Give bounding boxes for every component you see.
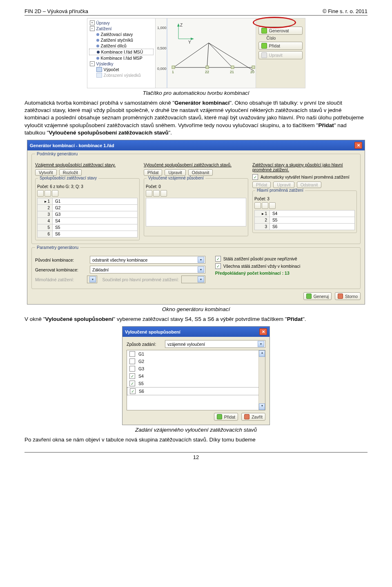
tree-item[interactable]: Výpočet (104, 67, 119, 72)
edit-button: Upravit (273, 181, 294, 188)
excluded-table[interactable] (146, 198, 246, 226)
close-icon[interactable]: ✕ (259, 328, 267, 335)
table-label: Hlavní proměnná zatížení (255, 188, 305, 193)
table-toolbar[interactable] (146, 190, 246, 197)
figure-caption: Zadání vzájemného vyloučení zatěžovacích… (24, 427, 368, 433)
groupbox-label: Parametry generátoru (35, 245, 80, 250)
scrollbar[interactable]: ▴ ▾ (258, 350, 265, 410)
bullet-icon (97, 51, 100, 54)
checkbox-label: Všechna stálá zatížení vždy v kombinaci (223, 264, 301, 269)
main-variable-table[interactable]: ▸ 1S4 2S5 3S6 (254, 210, 355, 230)
table-toolbar[interactable] (254, 202, 355, 209)
split-button[interactable]: Rozložit (59, 169, 82, 176)
checkbox[interactable] (129, 358, 135, 364)
header-left: FIN 2D – Výuková příručka (24, 8, 88, 14)
cancel-button[interactable]: Storno (335, 292, 361, 300)
field-label: Součinitel pro hlavní proměnné zatížení: (102, 277, 178, 282)
predicted-count: Předpokládaný počet kombinací : 13 (215, 271, 357, 276)
checkbox[interactable]: ✓ (129, 381, 135, 386)
checkbox[interactable] (129, 351, 135, 357)
auto-checkbox[interactable]: ✓ (252, 174, 258, 180)
paragraph: V okně "Vyloučené spolupůsobení" vyberem… (24, 316, 368, 323)
add-button[interactable]: Přidat (258, 42, 303, 50)
checkbox[interactable]: ✓ (215, 263, 221, 269)
table-label: Vyloučené vzájemné působení (147, 176, 205, 180)
close-icon (244, 414, 249, 419)
axis-tick: 0,500 (157, 46, 167, 50)
coef-combo: ▾ (181, 276, 205, 283)
paragraph: Automatická tvorba kombinací probíhá v s… (24, 99, 368, 137)
plus-icon (261, 43, 267, 49)
section-head: Vzájemně spolupůsobící zatěžovací stavy. (35, 162, 140, 167)
highlight-ring-icon (253, 17, 296, 28)
generate-combo[interactable]: Základní▾ (90, 266, 205, 273)
svg-line-8 (207, 43, 209, 67)
checkbox[interactable]: ✓ (129, 373, 135, 379)
dialog-titlebar[interactable]: Vyloučené spolupůsobení ✕ (122, 327, 270, 337)
svg-marker-2 (177, 23, 180, 27)
chevron-down-icon: ▾ (258, 341, 264, 347)
checkbox[interactable]: ✓ (130, 388, 136, 394)
checkbox[interactable] (129, 366, 135, 372)
results-icon (96, 73, 102, 78)
states-table[interactable]: ▸ 1G1 2G2 3G3 4S4 5S5 6S6 (37, 198, 138, 237)
states-listbox[interactable]: G1 G2 G3 ✓S4 ✓S5 ✓S6 ▴ ▾ (127, 350, 265, 410)
remove-button[interactable]: Odstranit (188, 169, 213, 176)
svg-rect-11 (206, 66, 209, 69)
expand-icon[interactable]: + (90, 20, 95, 25)
list-item: G1 (138, 352, 144, 356)
add-button[interactable]: Přidat (214, 413, 238, 421)
svg-rect-10 (172, 66, 175, 69)
svg-line-5 (174, 43, 209, 67)
node-label: 1 (172, 70, 174, 74)
tree-item-selected[interactable]: Kombinace I.řád MSÚ (101, 49, 143, 54)
plus-icon (217, 414, 222, 419)
dialog-titlebar[interactable]: Generátor kombinací - kombinace 1.řád ✕ (27, 140, 365, 150)
mode-combo[interactable]: vzájemné vyloučení▾ (165, 340, 265, 348)
dialog-title: Generátor kombinací - kombinace 1.řád (30, 143, 114, 148)
tree-item[interactable]: Kombinace I.řád MSP (101, 56, 143, 60)
original-combo[interactable]: odstranit všechny kombinace▾ (90, 256, 205, 264)
edit-icon (261, 52, 267, 58)
svg-rect-13 (252, 66, 255, 69)
check-icon (306, 294, 312, 299)
compute-icon (96, 67, 102, 72)
close-button[interactable]: Zavřít (241, 413, 265, 421)
close-icon[interactable]: ✕ (354, 142, 362, 149)
axis-y-label: Y (188, 40, 191, 45)
collapse-icon[interactable]: − (90, 61, 95, 66)
header-right: © Fine s. r. o. 2011 (323, 8, 368, 14)
collapse-icon[interactable]: − (90, 26, 95, 31)
tree-item[interactable]: Zatížení styčníků (101, 38, 133, 43)
scroll-up-icon[interactable]: ▴ (259, 350, 265, 357)
add-button[interactable]: Přidat (144, 169, 162, 176)
list-item: S4 (138, 374, 144, 379)
create-button[interactable]: Vytvořit (35, 169, 57, 176)
tree-item[interactable]: Zatěžovací stavy (101, 32, 133, 37)
tree-group[interactable]: Zatížení (96, 26, 112, 31)
groupbox-label: Podmínky generátoru (35, 151, 79, 156)
tree-item[interactable]: Zatížení dílců (101, 43, 127, 48)
section-head: Zatěžovací stavy a skupiny působící jako… (252, 162, 357, 172)
section-head: Vyloučené spolupůsobení zatěžovacích sta… (144, 162, 248, 167)
svg-marker-4 (191, 38, 194, 40)
chevron-down-icon: ▾ (198, 267, 204, 273)
edit-button[interactable]: Upravit (165, 169, 185, 176)
list-item: S5 (138, 381, 144, 386)
meta-count: Počet: 6 z toho G: 3; Q: 3 (37, 184, 138, 189)
tree-group[interactable]: Úpravy (96, 20, 110, 25)
list-item: G3 (138, 366, 144, 371)
bullet-icon (96, 39, 99, 42)
axis-tick: 1,000 (157, 26, 167, 30)
table-toolbar[interactable] (37, 190, 138, 197)
node-label: 20 (250, 70, 254, 74)
field-label: Způsob zadání: (127, 342, 163, 347)
model-canvas[interactable]: 1,000 0,500 0,000 Z Y (156, 18, 256, 88)
scroll-down-icon[interactable]: ▾ (259, 403, 265, 410)
checkbox[interactable]: ✓ (215, 256, 221, 262)
tree-group[interactable]: Výsledky (96, 61, 114, 66)
generate-button[interactable]: Generuj (303, 292, 332, 300)
chevron-down-icon: ▾ (89, 276, 96, 282)
figure-caption: Tlačítko pro automatickou tvorbu kombina… (24, 90, 368, 96)
checkbox-label: Stálá zatížení působí pouze nepříznivě (223, 256, 297, 261)
